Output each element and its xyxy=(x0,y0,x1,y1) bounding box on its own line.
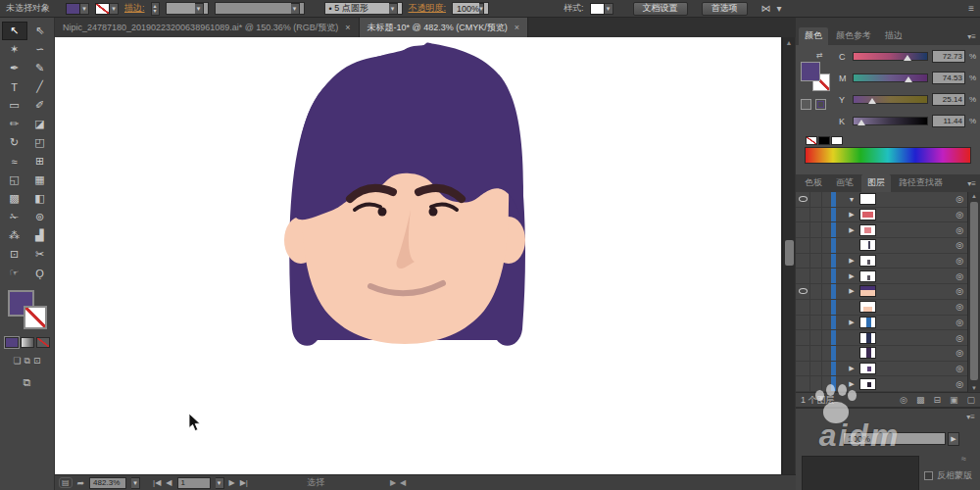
layer-row[interactable]: ◎ xyxy=(796,330,967,346)
locate-object-icon[interactable]: ◎ xyxy=(900,395,907,405)
align-dropdown-icon[interactable]: ▾ xyxy=(777,3,782,14)
artboard-number-field[interactable]: 1 xyxy=(177,477,211,489)
expander-icon[interactable]: ▶ xyxy=(846,211,858,219)
opacity-field[interactable]: 100% ▾ xyxy=(452,2,489,15)
layer-thumbnail[interactable] xyxy=(859,347,876,359)
close-icon[interactable]: × xyxy=(345,23,350,32)
document-setup-button[interactable]: 文档设置 xyxy=(633,2,688,16)
eye-icon[interactable] xyxy=(799,196,808,202)
tab-color-guide[interactable]: 颜色参考 xyxy=(830,27,877,45)
layer-row[interactable]: ▶ ◎ xyxy=(796,208,967,223)
cyan-slider[interactable] xyxy=(853,52,928,61)
layers-scrollbar-thumb[interactable] xyxy=(970,202,978,380)
selection-tool[interactable]: ↖ xyxy=(2,22,27,40)
target-icon[interactable]: ◎ xyxy=(956,225,963,235)
line-segment-tool[interactable]: ╱ xyxy=(27,77,53,96)
yellow-slider[interactable] xyxy=(853,95,928,104)
target-icon[interactable]: ◎ xyxy=(956,333,963,343)
lock-cell[interactable] xyxy=(810,362,822,376)
layer-row[interactable]: ▶ ◎ xyxy=(796,222,967,238)
magenta-value-field[interactable]: 74.53 xyxy=(932,72,965,84)
target-icon[interactable]: ◎ xyxy=(956,256,963,266)
fill-stroke-mini[interactable] xyxy=(801,62,830,91)
direct-selection-tool[interactable]: ⇖ xyxy=(27,22,53,40)
visibility-cell[interactable] xyxy=(796,192,810,207)
visibility-cell[interactable] xyxy=(796,222,810,237)
perspective-grid-tool[interactable]: ▦ xyxy=(27,171,53,189)
target-icon[interactable]: ◎ xyxy=(956,286,963,296)
fill-stroke-indicator[interactable] xyxy=(8,290,47,329)
visibility-cell[interactable] xyxy=(796,284,810,299)
style-swatch-control[interactable]: ▾ xyxy=(590,3,613,15)
layer-thumbnail[interactable] xyxy=(859,332,876,344)
document-tab-1[interactable]: Nipic_24787180_20190223200638961089.ai* … xyxy=(55,18,360,37)
target-icon[interactable]: ◎ xyxy=(956,210,963,220)
layer-row[interactable]: ▶ ◎ xyxy=(796,269,967,284)
pen-tool[interactable]: ✒ xyxy=(2,59,27,77)
export-arrow-icon[interactable]: ➦ xyxy=(77,478,85,488)
layer-thumbnail[interactable] xyxy=(859,224,876,236)
width-profile-dropdown-icon[interactable]: ▾ xyxy=(291,3,300,15)
color-mode-button[interactable] xyxy=(5,337,19,348)
layer-thumbnail[interactable] xyxy=(859,193,876,205)
lock-cell[interactable] xyxy=(810,300,822,315)
status-zoom-dropdown-icon[interactable]: ▾ xyxy=(131,477,140,489)
stepper-down-icon[interactable]: ▾ xyxy=(154,9,157,14)
lock-cell[interactable] xyxy=(810,192,822,207)
fill-dropdown-icon[interactable]: ▾ xyxy=(80,3,89,15)
scroll-up-icon[interactable]: ▲ xyxy=(968,193,980,199)
lock-cell[interactable] xyxy=(810,208,822,222)
screen-mode-icon[interactable]: ⧉ xyxy=(24,376,31,389)
scale-tool[interactable]: ◰ xyxy=(27,133,53,152)
opacity-apply-icon[interactable]: ▶ xyxy=(948,432,959,446)
lock-cell[interactable] xyxy=(810,284,822,299)
layer-row[interactable]: ▶ ◎ xyxy=(796,316,967,331)
style-swatch[interactable] xyxy=(590,3,605,15)
none-mode-button[interactable] xyxy=(36,337,50,348)
layer-row[interactable]: ◎ xyxy=(796,346,967,362)
magic-wand-tool[interactable]: ✶ xyxy=(2,40,27,59)
visibility-cell[interactable] xyxy=(796,208,810,222)
draw-normal-icon[interactable]: ❏ xyxy=(13,356,21,367)
invert-mask-checkbox[interactable] xyxy=(924,471,933,480)
width-profile-field[interactable]: ▾ xyxy=(215,2,305,15)
blend-tool[interactable]: ⊚ xyxy=(27,208,53,226)
pencil-tool[interactable]: ✏ xyxy=(2,115,27,133)
layer-thumbnail[interactable] xyxy=(859,363,876,374)
lock-cell[interactable] xyxy=(810,376,822,391)
slider-thumb[interactable] xyxy=(904,55,911,61)
expander-icon[interactable]: ▼ xyxy=(846,196,858,203)
swap-fill-stroke-icon[interactable]: ⇄ xyxy=(816,51,834,60)
expander-icon[interactable]: ▶ xyxy=(846,318,858,326)
vertical-scrollbar-thumb[interactable] xyxy=(785,240,794,266)
eraser-tool[interactable]: ◪ xyxy=(27,115,53,133)
stroke-dropdown-icon[interactable]: ▾ xyxy=(110,3,119,15)
yellow-value-field[interactable]: 25.14 xyxy=(932,93,965,106)
preferences-button[interactable]: 首选项 xyxy=(702,2,748,16)
gradient-mode-button[interactable] xyxy=(21,337,34,348)
color-spectrum-bar[interactable] xyxy=(805,147,971,164)
tab-brushes[interactable]: 画笔 xyxy=(830,174,859,192)
eye-icon[interactable] xyxy=(799,288,808,294)
layer-row[interactable]: ▼ ◎ xyxy=(796,192,967,208)
eyedropper-tool[interactable]: ✁ xyxy=(2,208,27,226)
shape-builder-tool[interactable]: ◱ xyxy=(2,171,27,189)
new-layer-icon[interactable]: ▣ xyxy=(950,395,958,405)
mesh-tool[interactable]: ▩ xyxy=(2,189,27,208)
control-bar-menu-icon[interactable]: ≡ xyxy=(968,3,974,14)
stroke-color-control[interactable]: ▾ xyxy=(95,3,119,15)
visibility-cell[interactable] xyxy=(796,376,810,391)
tab-color[interactable]: 颜色 xyxy=(799,27,828,45)
layer-thumbnail[interactable] xyxy=(859,239,876,251)
rotate-tool[interactable]: ↻ xyxy=(2,133,27,152)
black-slider[interactable] xyxy=(853,117,928,125)
lock-cell[interactable] xyxy=(810,238,822,253)
clipping-mask-icon[interactable]: ▩ xyxy=(916,395,925,405)
target-icon[interactable]: ◎ xyxy=(956,194,963,204)
stroke-color-swatch[interactable] xyxy=(95,3,110,15)
stroke-panel-link[interactable]: 描边: xyxy=(124,2,145,15)
transparency-panel-menu-icon[interactable]: ▾≡ xyxy=(966,413,975,421)
slider-thumb[interactable] xyxy=(868,98,876,104)
in-web-color-icon[interactable] xyxy=(815,99,826,110)
visibility-cell[interactable] xyxy=(796,362,810,376)
